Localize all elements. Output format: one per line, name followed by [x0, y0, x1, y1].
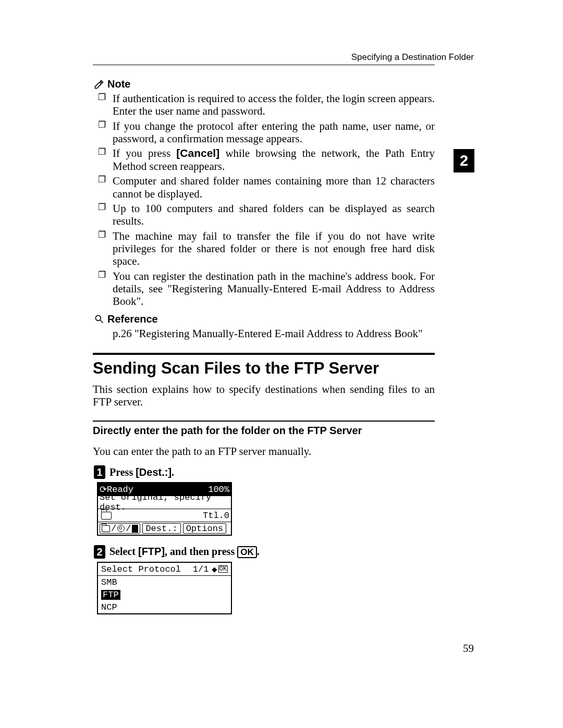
subsection-intro: You can enter the path to an FTP server … [93, 445, 435, 458]
svg-line-1 [101, 320, 103, 323]
folder-icon [102, 525, 110, 532]
list-item: If authentication is required to access … [97, 92, 435, 118]
section-title: Sending Scan Files to the FTP Server [93, 359, 435, 378]
page-number: 59 [463, 642, 474, 655]
running-header: Specifying a Destination Folder [351, 52, 474, 63]
step-1: 1 Press [Dest.:]. [94, 465, 435, 479]
lcd-title: Select Protocol [101, 564, 181, 574]
reference-label: Reference [107, 313, 158, 325]
step-number-icon: 1 [94, 465, 105, 479]
lcd-message: Set original, specify dest. [100, 492, 229, 512]
header-rule [93, 65, 435, 65]
note-label: Note [107, 78, 130, 90]
note-heading: Note [94, 78, 435, 90]
magnifier-icon [94, 314, 104, 324]
pencil-icon [94, 79, 104, 90]
mode-icons: // [100, 523, 140, 534]
step-1-label: Press [Dest.:]. [109, 466, 174, 478]
list-item: You can register the destination path in… [97, 270, 435, 308]
list-item: If you change the protocol after enterin… [97, 120, 435, 145]
softkey-options: Options [183, 523, 226, 534]
lcd-screen-protocol: Select Protocol 1/1 ◆OK SMB FTP NCP [97, 562, 232, 614]
list-item: The machine may fail to transfer the fil… [97, 230, 435, 268]
list-item: Computer and shared folder names contain… [97, 175, 435, 200]
step-number-icon: 2 [94, 545, 105, 559]
lcd-title-row: Select Protocol 1/1 ◆OK [98, 563, 231, 576]
lcd-option-smb: SMB [98, 576, 231, 588]
disc-icon [117, 525, 125, 532]
lcd-softkey-row: // Dest.: Options [98, 522, 231, 535]
folder-icon [101, 512, 112, 520]
reference-text: p.26 "Registering Manually-Entered E-mai… [113, 327, 435, 340]
lcd-option-ftp: FTP [98, 588, 231, 601]
reference-heading: Reference [94, 313, 435, 325]
step-2: 2 Select [FTP], and then press OK. [94, 545, 435, 559]
step-2-label: Select [FTP], and then press OK. [109, 546, 260, 558]
document-icon [132, 525, 138, 533]
lcd-ttl: Ttl.0 [203, 511, 229, 521]
subsection-title: Directly enter the path for the folder o… [93, 425, 435, 437]
section-rule [93, 353, 435, 355]
section-intro: This section explains how to specify des… [93, 383, 435, 409]
softkey-dest: Dest.: [142, 523, 180, 534]
lcd-page: 1/1 [193, 564, 209, 574]
updown-icon: ◆ [212, 564, 217, 575]
chapter-tab: 2 [454, 149, 474, 172]
ok-indicator: OK [218, 565, 228, 573]
subsection-rule [93, 421, 435, 422]
lcd-message-row: Set original, specify dest. [98, 496, 231, 509]
ok-key: OK [237, 546, 257, 558]
list-item: If you press [Cancel] while browsing the… [97, 147, 435, 172]
svg-point-0 [95, 316, 101, 321]
list-item: Up to 100 computers and shared folders c… [97, 202, 435, 228]
lcd-screen-ready: ⟳ Ready 100% Set original, specify dest.… [97, 482, 232, 536]
lcd-option-ncp: NCP [98, 601, 231, 613]
note-list: If authentication is required to access … [97, 92, 435, 308]
